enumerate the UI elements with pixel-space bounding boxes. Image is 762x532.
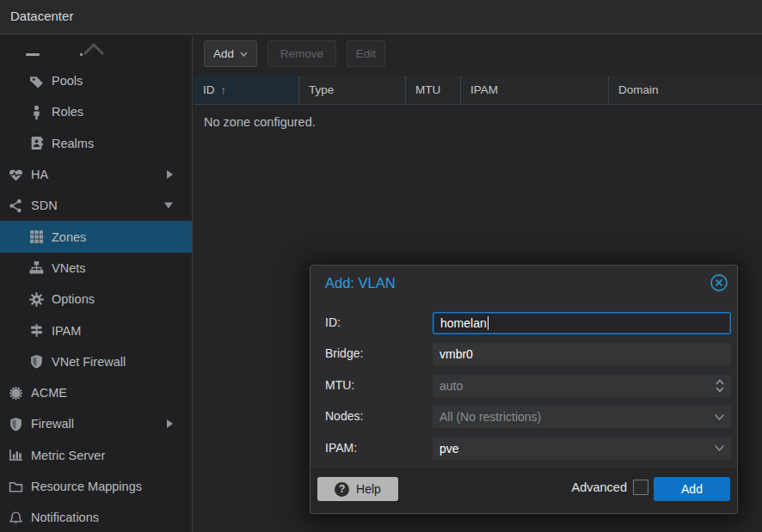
column-header-domain[interactable]: Domain	[609, 76, 762, 105]
sidebar-item-label: IPAM	[52, 324, 81, 338]
ipam-field[interactable]: pve	[433, 437, 731, 460]
add-submit-label: Add	[681, 482, 703, 496]
top-bar: Datacenter	[0, 0, 762, 34]
person-icon	[28, 103, 45, 120]
column-header-type[interactable]: Type	[299, 76, 406, 105]
field-label: MTU:	[325, 378, 354, 392]
gear-icon	[28, 290, 45, 308]
id-field[interactable]: homelan	[433, 312, 731, 334]
proxmox-datacenter-screen: Datacenter PoolsRolesRealmsHASDNZonesVNe…	[0, 0, 762, 532]
sidebar-item-label: Realms	[52, 137, 94, 150]
sidebar-nav: PoolsRolesRealmsHASDNZonesVNetsOptionsIP…	[0, 35, 193, 532]
sidebar-item-ha[interactable]: HA	[0, 159, 192, 190]
sidebar-item-label: VNet Firewall	[52, 355, 126, 369]
edit-button[interactable]: Edit	[347, 40, 385, 67]
form-row-bridge: Bridge:vmbr0	[310, 343, 739, 367]
sidebar-item-vnets[interactable]: VNets	[0, 253, 192, 284]
sidebar-item-ipam[interactable]: IPAM	[0, 315, 192, 345]
grid-icon	[28, 229, 45, 246]
sidebar-item-label: Notifications	[31, 511, 99, 524]
bridge-field[interactable]: vmbr0	[433, 343, 731, 365]
sidebar-item-resource-mappings[interactable]: Resource Mappings	[0, 471, 192, 502]
button-label: Edit	[356, 47, 376, 60]
add-vlan-dialog: Add: VLAN ID:homelanBridge:vmbr0MTU:auto…	[310, 265, 738, 514]
form-row-nodes: Nodes:All (No restrictions)	[310, 406, 739, 430]
form-row-mtu: MTU:auto	[310, 375, 739, 399]
sidebar-item-label: Firewall	[31, 417, 74, 431]
column-header-label: MTU	[415, 83, 440, 96]
remove-button[interactable]: Remove	[267, 40, 336, 67]
sidebar-item-label: SDN	[31, 199, 58, 212]
sort-ascending-icon: ↑	[221, 83, 227, 96]
tag-icon	[28, 72, 45, 89]
button-label: Remove	[280, 47, 323, 60]
folder-icon	[7, 478, 24, 495]
shield-icon	[28, 353, 45, 370]
column-header-label: Type	[309, 83, 334, 96]
sidebar-item-acme[interactable]: ACME	[0, 377, 192, 408]
sidebar-item-metric-server[interactable]: Metric Server	[0, 440, 192, 471]
help-button-label: Help	[356, 482, 381, 496]
add-submit-button[interactable]: Add	[654, 477, 730, 501]
sidebar-item-notifications[interactable]: Notifications	[0, 502, 192, 532]
sidebar-item-sdn[interactable]: SDN	[0, 190, 192, 221]
sidebar-item-pools[interactable]: Pools	[0, 65, 192, 96]
expander-right-icon[interactable]	[167, 170, 173, 179]
sidebar-item-label: Pools	[52, 74, 83, 88]
field-label: IPAM:	[325, 441, 357, 455]
sidebar-item-realms[interactable]: Realms	[0, 128, 192, 159]
sidebar-item-label: Options	[52, 292, 95, 306]
mtu-field[interactable]: auto	[433, 375, 731, 397]
field-label: ID:	[325, 315, 341, 329]
bar-chart-icon	[7, 447, 24, 464]
column-header-label: IPAM	[470, 83, 498, 96]
sidebar-item-options[interactable]: Options	[0, 284, 192, 315]
network-icon	[7, 197, 24, 214]
signpost-icon	[28, 322, 45, 339]
address-book-icon	[28, 135, 45, 152]
sidebar-item-label: Zones	[52, 230, 86, 244]
column-header-ipam[interactable]: IPAM	[461, 76, 609, 105]
close-icon[interactable]	[710, 273, 728, 292]
zones-table-header: ID↑TypeMTUIPAMDomain	[194, 76, 762, 105]
spinner-icon[interactable]	[715, 375, 725, 397]
text-cursor	[488, 316, 489, 330]
button-label: Add	[213, 47, 234, 60]
dialog-title: Add: VLAN	[325, 275, 396, 291]
sidebar-item-firewall[interactable]: Firewall	[0, 408, 192, 439]
sidebar-item-zones[interactable]: Zones	[0, 221, 192, 252]
add-button[interactable]: Add	[204, 40, 257, 67]
column-header-id[interactable]: ID↑	[194, 76, 299, 105]
field-value: auto	[439, 379, 463, 393]
sidebar-item-roles[interactable]: Roles	[0, 96, 192, 127]
field-value: vmbr0	[439, 347, 473, 361]
sidebar-item-label: ACME	[31, 386, 67, 400]
sidebar-item-label: HA	[31, 168, 48, 181]
expander-right-icon[interactable]	[167, 419, 173, 428]
sidebar-item-label: Metric Server	[31, 449, 105, 462]
help-button[interactable]: ? Help	[317, 477, 398, 501]
column-header-label: Domain	[618, 83, 659, 96]
sidebar-item-label: Resource Mappings	[31, 480, 142, 493]
clipped-icon-fragment	[26, 53, 40, 56]
chevron-down-icon[interactable]	[714, 437, 725, 460]
expander-down-icon[interactable]	[164, 203, 173, 209]
field-value: pve	[439, 442, 459, 456]
page-title: Datacenter	[10, 9, 73, 23]
advanced-label: Advanced	[572, 480, 628, 494]
zones-toolbar: AddRemoveEdit	[194, 35, 762, 76]
form-row-id: ID:homelan	[310, 312, 739, 336]
field-label: Nodes:	[325, 409, 363, 423]
sidebar-item-label: Roles	[52, 105, 83, 119]
nodes-field[interactable]: All (No restrictions)	[433, 406, 731, 428]
field-label: Bridge:	[325, 346, 363, 360]
partially-scrolled-row[interactable]	[0, 35, 192, 65]
shield-icon	[7, 415, 24, 432]
heartbeat-icon	[7, 166, 24, 183]
sidebar-item-vnet-firewall[interactable]: VNet Firewall	[0, 346, 192, 377]
column-header-mtu[interactable]: MTU	[406, 76, 461, 105]
advanced-checkbox[interactable]	[633, 480, 648, 495]
chevron-down-icon[interactable]	[714, 406, 725, 428]
sidebar-item-label: VNets	[52, 261, 86, 275]
dialog-footer: ? Help Advanced Add	[310, 468, 737, 513]
